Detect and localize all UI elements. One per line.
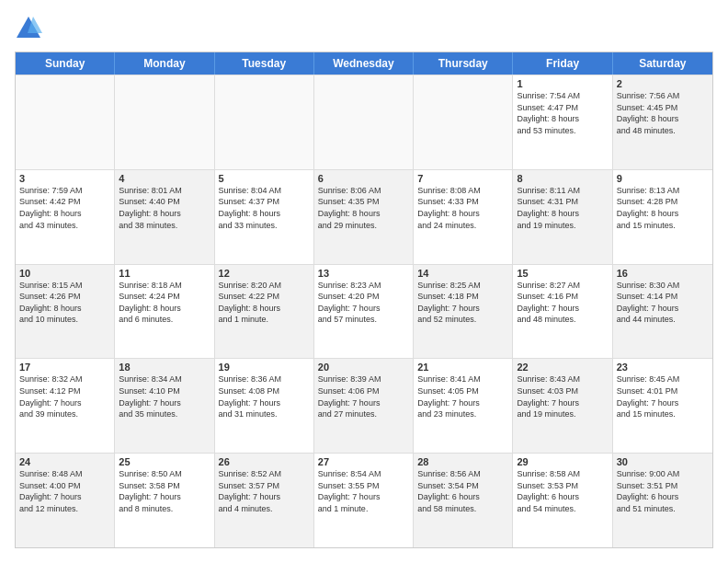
day-number: 28 xyxy=(417,456,508,467)
calendar-header: SundayMondayTuesdayWednesdayThursdayFrid… xyxy=(16,52,712,75)
day-details: Sunrise: 8:23 AM Sunset: 4:20 PM Dayligh… xyxy=(318,280,409,326)
day-number: 17 xyxy=(19,362,110,373)
day-cell-24: 24Sunrise: 8:48 AM Sunset: 4:00 PM Dayli… xyxy=(16,454,115,547)
day-number: 26 xyxy=(219,456,310,467)
day-details: Sunrise: 8:01 AM Sunset: 4:40 PM Dayligh… xyxy=(119,185,210,231)
day-details: Sunrise: 8:50 AM Sunset: 3:58 PM Dayligh… xyxy=(119,468,210,514)
day-number: 22 xyxy=(517,362,608,373)
day-details: Sunrise: 8:04 AM Sunset: 4:37 PM Dayligh… xyxy=(219,185,310,231)
day-cell-18: 18Sunrise: 8:34 AM Sunset: 4:10 PM Dayli… xyxy=(115,359,214,453)
day-cell-6: 6Sunrise: 8:06 AM Sunset: 4:35 PM Daylig… xyxy=(314,170,414,264)
day-details: Sunrise: 8:15 AM Sunset: 4:26 PM Dayligh… xyxy=(19,280,110,326)
day-details: Sunrise: 8:11 AM Sunset: 4:31 PM Dayligh… xyxy=(517,185,608,231)
day-details: Sunrise: 7:54 AM Sunset: 4:47 PM Dayligh… xyxy=(517,90,608,136)
day-details: Sunrise: 8:30 AM Sunset: 4:14 PM Dayligh… xyxy=(617,280,709,326)
day-cell-26: 26Sunrise: 8:52 AM Sunset: 3:57 PM Dayli… xyxy=(215,454,314,547)
day-cell-15: 15Sunrise: 8:27 AM Sunset: 4:16 PM Dayli… xyxy=(513,265,612,359)
day-cell-21: 21Sunrise: 8:41 AM Sunset: 4:05 PM Dayli… xyxy=(414,359,513,453)
day-details: Sunrise: 8:06 AM Sunset: 4:35 PM Dayligh… xyxy=(318,185,409,231)
day-number: 9 xyxy=(617,173,709,184)
logo-icon xyxy=(15,15,42,42)
day-cell-28: 28Sunrise: 8:56 AM Sunset: 3:54 PM Dayli… xyxy=(414,454,513,547)
day-cell-22: 22Sunrise: 8:43 AM Sunset: 4:03 PM Dayli… xyxy=(513,359,612,453)
day-number: 13 xyxy=(318,268,409,279)
day-number: 14 xyxy=(417,268,508,279)
day-details: Sunrise: 8:58 AM Sunset: 3:53 PM Dayligh… xyxy=(517,468,608,514)
day-cell-14: 14Sunrise: 8:25 AM Sunset: 4:18 PM Dayli… xyxy=(414,265,513,359)
header-day-friday: Friday xyxy=(513,52,612,75)
day-details: Sunrise: 8:32 AM Sunset: 4:12 PM Dayligh… xyxy=(19,373,110,419)
day-details: Sunrise: 8:41 AM Sunset: 4:05 PM Dayligh… xyxy=(417,373,508,419)
day-cell-3: 3Sunrise: 7:59 AM Sunset: 4:42 PM Daylig… xyxy=(16,170,115,264)
day-details: Sunrise: 8:34 AM Sunset: 4:10 PM Dayligh… xyxy=(119,373,210,419)
calendar-row-0: 1Sunrise: 7:54 AM Sunset: 4:47 PM Daylig… xyxy=(16,75,712,169)
day-details: Sunrise: 7:59 AM Sunset: 4:42 PM Dayligh… xyxy=(19,185,110,231)
calendar-row-3: 17Sunrise: 8:32 AM Sunset: 4:12 PM Dayli… xyxy=(16,358,712,453)
day-number: 12 xyxy=(219,268,310,279)
day-number: 29 xyxy=(517,456,608,467)
header-day-tuesday: Tuesday xyxy=(215,52,314,75)
day-cell-30: 30Sunrise: 9:00 AM Sunset: 3:51 PM Dayli… xyxy=(613,454,712,547)
day-cell-9: 9Sunrise: 8:13 AM Sunset: 4:28 PM Daylig… xyxy=(613,170,712,264)
day-number: 27 xyxy=(318,456,409,467)
header-day-thursday: Thursday xyxy=(414,52,513,75)
day-cell-19: 19Sunrise: 8:36 AM Sunset: 4:08 PM Dayli… xyxy=(215,359,314,453)
day-details: Sunrise: 8:13 AM Sunset: 4:28 PM Dayligh… xyxy=(617,185,709,231)
day-number: 6 xyxy=(318,173,409,184)
day-number: 4 xyxy=(119,173,210,184)
day-number: 10 xyxy=(19,268,110,279)
day-cell-11: 11Sunrise: 8:18 AM Sunset: 4:24 PM Dayli… xyxy=(115,265,214,359)
day-cell-29: 29Sunrise: 8:58 AM Sunset: 3:53 PM Dayli… xyxy=(513,454,612,547)
day-cell-8: 8Sunrise: 8:11 AM Sunset: 4:31 PM Daylig… xyxy=(513,170,612,264)
day-details: Sunrise: 8:39 AM Sunset: 4:06 PM Dayligh… xyxy=(318,373,409,419)
empty-cell xyxy=(215,75,314,169)
day-details: Sunrise: 8:45 AM Sunset: 4:01 PM Dayligh… xyxy=(617,373,709,419)
day-number: 20 xyxy=(318,362,409,373)
empty-cell xyxy=(115,75,214,169)
day-cell-12: 12Sunrise: 8:20 AM Sunset: 4:22 PM Dayli… xyxy=(215,265,314,359)
header-day-sunday: Sunday xyxy=(16,52,115,75)
day-number: 3 xyxy=(19,173,110,184)
day-details: Sunrise: 8:54 AM Sunset: 3:55 PM Dayligh… xyxy=(318,468,409,514)
day-number: 30 xyxy=(617,456,709,467)
day-number: 15 xyxy=(517,268,608,279)
day-cell-17: 17Sunrise: 8:32 AM Sunset: 4:12 PM Dayli… xyxy=(16,359,115,453)
day-number: 23 xyxy=(617,362,709,373)
page: SundayMondayTuesdayWednesdayThursdayFrid… xyxy=(0,0,728,563)
day-cell-2: 2Sunrise: 7:56 AM Sunset: 4:45 PM Daylig… xyxy=(613,75,712,169)
header-day-wednesday: Wednesday xyxy=(314,52,414,75)
day-details: Sunrise: 8:43 AM Sunset: 4:03 PM Dayligh… xyxy=(517,373,608,419)
day-number: 19 xyxy=(219,362,310,373)
day-details: Sunrise: 8:27 AM Sunset: 4:16 PM Dayligh… xyxy=(517,280,608,326)
day-number: 7 xyxy=(417,173,508,184)
day-cell-13: 13Sunrise: 8:23 AM Sunset: 4:20 PM Dayli… xyxy=(314,265,414,359)
header-day-monday: Monday xyxy=(115,52,214,75)
day-details: Sunrise: 8:08 AM Sunset: 4:33 PM Dayligh… xyxy=(417,185,508,231)
calendar-row-4: 24Sunrise: 8:48 AM Sunset: 4:00 PM Dayli… xyxy=(16,453,712,547)
day-cell-1: 1Sunrise: 7:54 AM Sunset: 4:47 PM Daylig… xyxy=(513,75,612,169)
calendar: SundayMondayTuesdayWednesdayThursdayFrid… xyxy=(15,52,713,548)
empty-cell xyxy=(414,75,513,169)
day-details: Sunrise: 7:56 AM Sunset: 4:45 PM Dayligh… xyxy=(617,90,709,136)
day-cell-10: 10Sunrise: 8:15 AM Sunset: 4:26 PM Dayli… xyxy=(16,265,115,359)
day-details: Sunrise: 8:56 AM Sunset: 3:54 PM Dayligh… xyxy=(417,468,508,514)
day-number: 21 xyxy=(417,362,508,373)
day-number: 5 xyxy=(219,173,310,184)
calendar-row-1: 3Sunrise: 7:59 AM Sunset: 4:42 PM Daylig… xyxy=(16,169,712,264)
empty-cell xyxy=(314,75,414,169)
day-number: 2 xyxy=(617,78,709,89)
day-number: 16 xyxy=(617,268,709,279)
empty-cell xyxy=(16,75,115,169)
day-cell-23: 23Sunrise: 8:45 AM Sunset: 4:01 PM Dayli… xyxy=(613,359,712,453)
header-day-saturday: Saturday xyxy=(613,52,712,75)
day-details: Sunrise: 8:25 AM Sunset: 4:18 PM Dayligh… xyxy=(417,280,508,326)
day-number: 25 xyxy=(119,456,210,467)
day-cell-5: 5Sunrise: 8:04 AM Sunset: 4:37 PM Daylig… xyxy=(215,170,314,264)
day-cell-27: 27Sunrise: 8:54 AM Sunset: 3:55 PM Dayli… xyxy=(314,454,414,547)
day-details: Sunrise: 9:00 AM Sunset: 3:51 PM Dayligh… xyxy=(617,468,709,514)
day-number: 24 xyxy=(19,456,110,467)
day-cell-7: 7Sunrise: 8:08 AM Sunset: 4:33 PM Daylig… xyxy=(414,170,513,264)
day-number: 1 xyxy=(517,78,608,89)
header xyxy=(15,15,713,42)
day-number: 18 xyxy=(119,362,210,373)
